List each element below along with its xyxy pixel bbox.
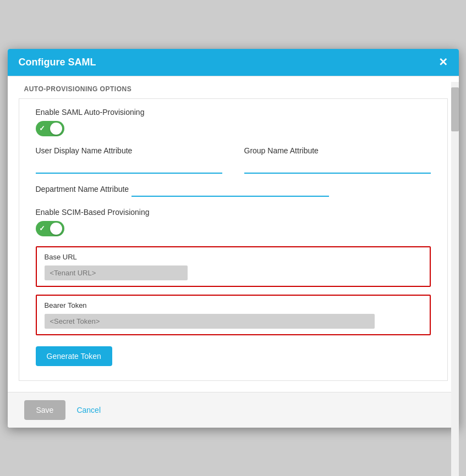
body-spacer	[8, 381, 459, 392]
display-group-name-row: User Display Name Attribute Group Name A…	[36, 146, 431, 174]
save-button[interactable]: Save	[24, 400, 66, 420]
enable-saml-group: Enable SAML Auto-Provisioning ✓	[36, 108, 431, 136]
toggle-check-icon: ✓	[39, 124, 45, 132]
base-url-label: Base URL	[45, 253, 422, 261]
user-display-name-input[interactable]	[36, 159, 222, 174]
user-display-name-label: User Display Name Attribute	[36, 146, 222, 155]
enable-saml-toggle-container: ✓	[36, 121, 431, 136]
user-display-name-group: User Display Name Attribute	[36, 146, 222, 174]
scim-toggle-check-icon: ✓	[39, 224, 45, 233]
modal-footer: Save Cancel	[8, 392, 459, 428]
base-url-input[interactable]	[45, 265, 188, 280]
scrollbar-track[interactable]	[451, 82, 459, 477]
group-name-group: Group Name Attribute	[244, 146, 431, 174]
scrollbar-thumb[interactable]	[451, 87, 459, 131]
modal-wrapper: Configure SAML ✕ AUTO-PROVISIONING OPTIO…	[8, 49, 459, 428]
modal-body: AUTO-PROVISIONING OPTIONS Enable SAML Au…	[8, 76, 459, 392]
generate-token-button[interactable]: Generate Token	[36, 346, 112, 366]
enable-saml-toggle[interactable]: ✓	[36, 121, 64, 136]
enable-saml-label: Enable SAML Auto-Provisioning	[36, 108, 431, 117]
bearer-token-input[interactable]	[45, 314, 375, 329]
enable-scim-toggle[interactable]: ✓	[36, 221, 64, 236]
bearer-token-label: Bearer Token	[45, 301, 422, 309]
enable-scim-toggle-container: ✓	[36, 221, 431, 236]
modal-title: Configure SAML	[19, 57, 96, 68]
bearer-token-box: Bearer Token	[36, 295, 431, 335]
modal-header: Configure SAML ✕	[8, 49, 459, 76]
auto-provisioning-section-label: AUTO-PROVISIONING OPTIONS	[8, 76, 459, 98]
group-name-label: Group Name Attribute	[244, 146, 431, 155]
department-name-input[interactable]	[131, 182, 329, 197]
toggle-knob	[50, 123, 62, 135]
auto-provisioning-form-section: Enable SAML Auto-Provisioning ✓ User Dis…	[19, 98, 448, 381]
scim-toggle-knob	[50, 223, 62, 235]
modal-close-button[interactable]: ✕	[438, 57, 448, 68]
cancel-button[interactable]: Cancel	[76, 406, 101, 414]
department-name-label: Department Name Attribute	[36, 185, 129, 193]
base-url-box: Base URL	[36, 246, 431, 287]
enable-scim-label: Enable SCIM-Based Provisioning	[36, 208, 431, 217]
group-name-input[interactable]	[244, 159, 431, 174]
department-name-group: Department Name Attribute	[36, 182, 431, 197]
configure-saml-modal: Configure SAML ✕ AUTO-PROVISIONING OPTIO…	[8, 49, 459, 428]
enable-scim-group: Enable SCIM-Based Provisioning ✓	[36, 208, 431, 236]
modal-overlay: Configure SAML ✕ AUTO-PROVISIONING OPTIO…	[0, 0, 466, 476]
